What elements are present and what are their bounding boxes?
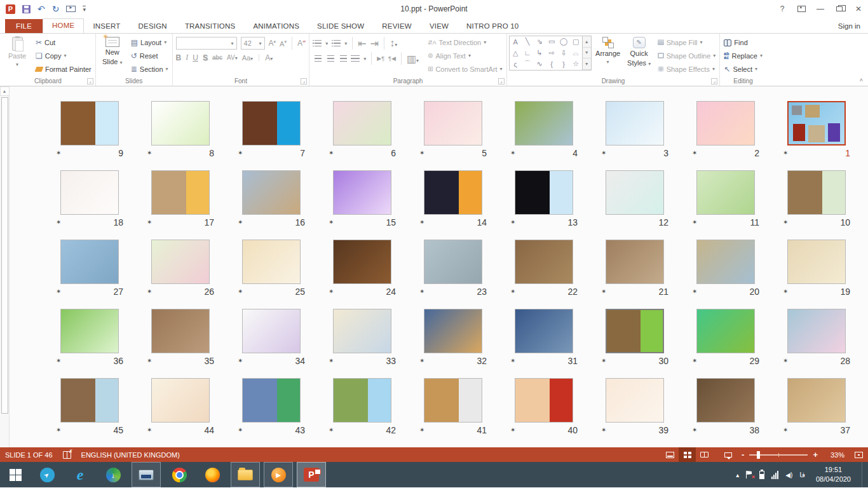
- undo-icon[interactable]: ↶: [37, 4, 45, 14]
- shape-oval-icon[interactable]: ◯: [558, 36, 570, 48]
- tab-transitions[interactable]: TRANSITIONS: [176, 20, 245, 33]
- slide-thumbnail-13[interactable]: [515, 170, 573, 215]
- slide-thumbnail-14[interactable]: [424, 170, 482, 215]
- clear-formatting-button[interactable]: A▰: [297, 39, 306, 48]
- shape-arrow-icon[interactable]: ⇘: [534, 36, 546, 48]
- drawing-dialog-launcher[interactable]: ⌟: [711, 78, 717, 85]
- taskbar-app-on-screen-keyboard[interactable]: [132, 462, 161, 487]
- tab-file[interactable]: FILE: [5, 19, 43, 33]
- slide-thumbnail-30[interactable]: [606, 309, 664, 353]
- slide-thumbnail-32[interactable]: [424, 309, 482, 353]
- tab-design[interactable]: DESIGN: [130, 20, 176, 33]
- taskbar-app-firefox[interactable]: [198, 462, 227, 487]
- copy-button[interactable]: ❏ Copy ▾: [34, 49, 93, 62]
- numbering-button[interactable]: [332, 40, 341, 46]
- slide-thumbnail-20[interactable]: [696, 240, 755, 284]
- ribbon-display-options-button[interactable]: [792, 1, 811, 17]
- power-battery-icon[interactable]: [759, 471, 764, 479]
- fit-slide-to-window-icon[interactable]: [855, 452, 863, 458]
- shape-down-arrow-icon[interactable]: ⇩: [558, 48, 570, 59]
- customize-quick-access-icon[interactable]: ▾: [83, 6, 86, 12]
- taskbar-app-media-player[interactable]: ▶: [264, 462, 293, 487]
- slide-thumbnail-29[interactable]: [696, 309, 755, 353]
- tab-slide-show[interactable]: SLIDE SHOW: [308, 20, 373, 33]
- underline-button[interactable]: U: [193, 53, 198, 62]
- font-name-combo[interactable]: ▾: [176, 37, 237, 50]
- cut-button[interactable]: ✂ Cut: [34, 36, 93, 49]
- font-color-button[interactable]: A▾: [265, 53, 273, 62]
- shape-left-brace-icon[interactable]: {: [546, 58, 558, 70]
- character-spacing-button[interactable]: AV▾: [227, 54, 238, 61]
- show-desktop-button[interactable]: [862, 462, 866, 487]
- slide-thumbnail-28[interactable]: [787, 309, 846, 353]
- slide-thumbnail-19[interactable]: [787, 240, 846, 284]
- bold-button[interactable]: B: [176, 53, 182, 62]
- tab-insert[interactable]: INSERT: [84, 20, 129, 33]
- columns-button[interactable]: ▥▾: [407, 53, 419, 65]
- scrollbar-thumb[interactable]: [1, 97, 8, 414]
- slide-thumbnail-43[interactable]: [242, 378, 301, 423]
- slide-thumbnail-21[interactable]: [606, 240, 664, 284]
- shape-pie-icon[interactable]: ⌓: [570, 48, 582, 59]
- tab-review[interactable]: REVIEW: [373, 20, 421, 33]
- taskbar-app-powerpoint[interactable]: P: [297, 462, 326, 487]
- tab-nitro-pro-10[interactable]: NITRO PRO 10: [458, 20, 527, 33]
- decrease-indent-button[interactable]: ⇤: [358, 37, 366, 50]
- tab-animations[interactable]: ANIMATIONS: [244, 20, 308, 33]
- zoom-slider[interactable]: [749, 454, 808, 456]
- volume-icon[interactable]: ◀): [785, 471, 792, 478]
- hidden-icons-chevron[interactable]: ▴: [736, 471, 739, 478]
- shape-right-arrow-icon[interactable]: ⇨: [546, 48, 558, 59]
- slide-thumbnail-44[interactable]: [151, 378, 210, 423]
- replace-button[interactable]: abac Replace ▾: [722, 49, 764, 62]
- slide-thumbnail-18[interactable]: [60, 170, 119, 215]
- section-button[interactable]: ≣ Section ▾: [129, 62, 170, 76]
- slide-thumbnail-40[interactable]: [515, 378, 573, 423]
- taskbar-clock[interactable]: 19:51 08/04/2020: [812, 465, 855, 484]
- slide-thumbnail-34[interactable]: [242, 309, 301, 353]
- paste-button[interactable]: Paste ▾: [3, 36, 32, 67]
- font-dialog-launcher[interactable]: ⌟: [301, 78, 307, 85]
- taskbar-app-telegram[interactable]: ➤: [32, 462, 62, 487]
- shape-star-icon[interactable]: ☆: [570, 58, 582, 70]
- grow-font-button[interactable]: A▴: [269, 39, 276, 48]
- slide-thumbnail-1[interactable]: [787, 101, 846, 146]
- slide-thumbnail-41[interactable]: [424, 378, 482, 423]
- shape-arc-icon[interactable]: ⌒: [522, 58, 534, 70]
- slide-thumbnail-16[interactable]: [242, 170, 301, 215]
- shape-triangle-icon[interactable]: △: [510, 48, 522, 59]
- start-button[interactable]: [0, 462, 31, 487]
- shape-curve-icon[interactable]: ∿: [534, 58, 546, 70]
- shape-right-brace-icon[interactable]: }: [558, 58, 570, 70]
- shape-rectangle-icon[interactable]: ▭: [546, 36, 558, 48]
- action-center-flag-icon[interactable]: [746, 471, 752, 478]
- slide-thumbnail-15[interactable]: [333, 170, 391, 215]
- taskbar-app-internet-explorer[interactable]: e: [65, 462, 95, 487]
- slide-thumbnail-6[interactable]: [333, 101, 391, 146]
- restore-button[interactable]: [830, 1, 849, 17]
- find-button[interactable]: Find: [722, 36, 764, 49]
- taskbar-app-chrome[interactable]: [165, 462, 194, 487]
- slide-thumbnail-12[interactable]: [606, 170, 664, 215]
- slide-thumbnail-35[interactable]: [151, 309, 210, 353]
- slide-thumbnail-33[interactable]: [333, 309, 391, 353]
- shrink-font-button[interactable]: A▾: [280, 39, 287, 48]
- align-left-button[interactable]: [313, 55, 322, 62]
- slide-thumbnail-3[interactable]: [606, 101, 664, 146]
- zoom-slider-thumb[interactable]: [757, 451, 760, 459]
- justify-button[interactable]: [351, 55, 360, 62]
- slide-thumbnail-45[interactable]: [60, 378, 119, 423]
- shape-text-box-icon[interactable]: A: [510, 36, 522, 48]
- scrollbar-up-icon[interactable]: ▲: [0, 86, 10, 96]
- slide-thumbnail-27[interactable]: [60, 240, 119, 284]
- slide-thumbnail-26[interactable]: [151, 240, 210, 284]
- shapes-more-icon[interactable]: ▼: [583, 58, 591, 70]
- slide-thumbnail-11[interactable]: [696, 170, 755, 215]
- select-button[interactable]: ↖ Select ▾: [722, 62, 764, 76]
- network-signal-icon[interactable]: [771, 471, 778, 479]
- tab-view[interactable]: VIEW: [421, 20, 458, 33]
- tab-home[interactable]: HOME: [43, 18, 84, 34]
- shape-effects-button[interactable]: Shape Effects ▾: [656, 62, 718, 76]
- normal-view-button[interactable]: [661, 447, 679, 462]
- shape-outline-button[interactable]: Shape Outline ▾: [656, 49, 718, 62]
